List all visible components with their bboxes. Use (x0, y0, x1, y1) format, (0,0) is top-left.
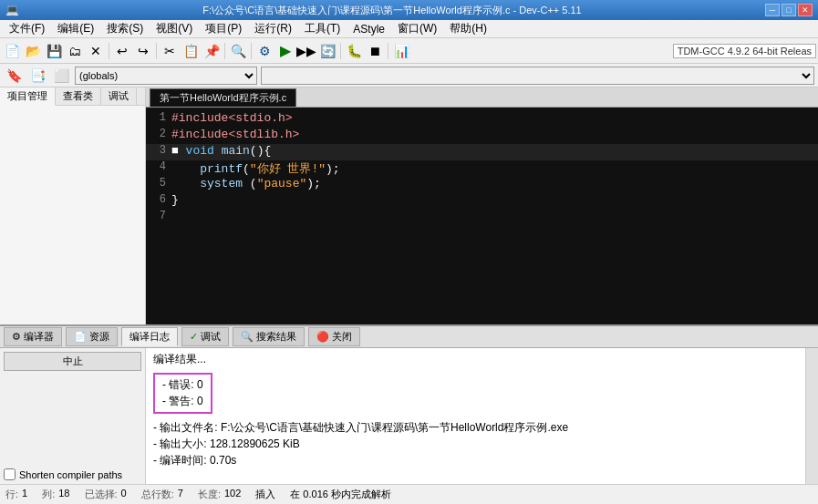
bottom-tab-log[interactable]: 编译日志 (121, 327, 178, 346)
code-line-5: 5 system ("pause"); (146, 177, 818, 193)
code-line-3: 3 ■ void main(){ (146, 144, 818, 160)
close-tab-label: 关闭 (332, 330, 352, 344)
error-warning-box: - 错误: 0 - 警告: 0 (153, 373, 212, 414)
status-bar: 行: 1 列: 18 已选择: 0 总行数: 7 长度: 102 插入 在 0.… (0, 484, 818, 504)
warning-line: - 警告: 0 (162, 394, 203, 409)
menu-view[interactable]: 视图(V) (150, 20, 198, 37)
app-icon: 💻 (5, 4, 19, 16)
paste-button[interactable]: 📌 (202, 41, 222, 61)
line-num-4: 4 (150, 160, 171, 173)
toolbar-sep-4 (251, 43, 252, 59)
bottom-tab-resources[interactable]: 📄 资源 (66, 327, 118, 346)
toolbar-sep-5 (340, 43, 341, 59)
window-title: F:\公众号\C语言\基础快速入门\课程源码\第一节HelloWorld程序示例… (19, 4, 765, 17)
search-tab-icon: 🔍 (241, 331, 254, 343)
profile-button[interactable]: 📊 (391, 41, 411, 61)
close-file-button[interactable]: ✕ (86, 41, 106, 61)
line-num-6: 6 (150, 193, 171, 206)
toolbar: 📄 📂 💾 🗂 ✕ ↩ ↪ ✂ 📋 📌 🔍 ⚙ ▶ ▶▶ 🔄 🐛 ⏹ 📊 TDM… (0, 38, 818, 64)
redo-button[interactable]: ↪ (133, 41, 153, 61)
scope-dropdown-2[interactable] (261, 67, 814, 85)
menu-project[interactable]: 项目(P) (200, 20, 247, 37)
stop-debug-button[interactable]: ⏹ (365, 41, 385, 61)
line-content-3: ■ void main(){ (171, 144, 814, 158)
code-line-6: 6 } (146, 193, 818, 210)
bookmark2-button[interactable]: 📑 (27, 66, 47, 86)
code-editor[interactable]: 1 #include<stdio.h> 2 #include<stdlib.h>… (146, 108, 818, 324)
main-area: 项目管理 查看类 调试 第一节HelloWorld程序示例.c 1 #inclu… (0, 87, 818, 324)
bottom-tab-debug[interactable]: ✓ 调试 (181, 327, 229, 346)
title-bar: 💻 F:\公众号\C语言\基础快速入门\课程源码\第一节HelloWorld程序… (0, 0, 818, 20)
save-button[interactable]: 💾 (44, 41, 64, 61)
compile-run-button[interactable]: ▶▶ (296, 41, 316, 61)
copy-button[interactable]: 📋 (181, 41, 201, 61)
stop-button[interactable]: 中止 (4, 352, 141, 371)
shorten-paths-label: Shorten compiler paths (19, 469, 122, 480)
bottom-panel: ⚙ 编译器 📄 资源 编译日志 ✓ 调试 🔍 搜索结果 🔴 关闭 中止 (0, 324, 818, 484)
sidebar-tab-debug[interactable]: 调试 (101, 87, 137, 105)
col-value: 18 (58, 488, 69, 501)
bottom-tab-close[interactable]: 🔴 关闭 (308, 327, 360, 346)
menu-search[interactable]: 搜索(S) (101, 20, 149, 37)
close-button[interactable]: ✕ (798, 4, 813, 16)
sidebar-tab-class[interactable]: 查看类 (56, 87, 101, 105)
bottom-tab-search[interactable]: 🔍 搜索结果 (233, 327, 305, 346)
resources-tab-icon: 📄 (74, 331, 87, 343)
line-num-7: 7 (150, 210, 171, 222)
bookmark-button[interactable]: 🔖 (4, 66, 24, 86)
menu-tools[interactable]: 工具(T) (299, 20, 346, 37)
debug-button[interactable]: 🐛 (344, 41, 364, 61)
rebuild-button[interactable]: 🔄 (317, 41, 337, 61)
debug-tab-label: 调试 (201, 330, 221, 344)
sidebar-tabs: 项目管理 查看类 调试 (0, 87, 145, 106)
menu-astyle[interactable]: AStyle (347, 22, 390, 36)
new-button[interactable]: 📄 (2, 41, 22, 61)
code-line-2: 2 #include<stdlib.h> (146, 128, 818, 144)
resources-tab-label: 资源 (89, 330, 109, 344)
mode-value: 插入 (255, 488, 275, 501)
status-len: 长度: 102 (198, 488, 241, 501)
minimize-button[interactable]: ─ (765, 4, 780, 16)
editor-tab-main[interactable]: 第一节HelloWorld程序示例.c (150, 88, 296, 107)
menu-window[interactable]: 窗口(W) (392, 20, 442, 37)
code-line-1: 1 #include<stdio.h> (146, 111, 818, 128)
open-button[interactable]: 📂 (23, 41, 43, 61)
cut-button[interactable]: ✂ (160, 41, 180, 61)
compile-time-line: - 编译时间: 0.70s (153, 453, 798, 468)
bottom-tab-compiler[interactable]: ⚙ 编译器 (4, 327, 62, 346)
total-label: 总行数: (141, 488, 174, 501)
toolbar-sep-1 (109, 43, 109, 59)
indent-button[interactable]: ⬜ (51, 66, 71, 86)
compiler-tab-label: 编译器 (24, 330, 54, 344)
menu-run[interactable]: 运行(R) (249, 20, 297, 37)
compile-button[interactable]: ⚙ (254, 41, 274, 61)
line-content-4: printf("你好 世界!"); (171, 160, 814, 177)
parse-info: 在 0.016 秒内完成解析 (290, 488, 391, 501)
compiler-tab-icon: ⚙ (12, 331, 21, 343)
menu-edit[interactable]: 编辑(E) (52, 20, 99, 37)
row-value: 1 (22, 488, 27, 501)
toolbar-sep-2 (156, 43, 157, 59)
compile-result-title: 编译结果... (153, 352, 798, 367)
code-line-7: 7 (146, 210, 818, 226)
shorten-paths-checkbox[interactable] (4, 468, 16, 480)
right-panel-scrollbar[interactable] (805, 348, 818, 484)
save-all-button[interactable]: 🗂 (65, 41, 85, 61)
status-parse: 在 0.016 秒内完成解析 (290, 488, 391, 501)
toolbar2: 🔖 📑 ⬜ (globals) (0, 64, 818, 87)
menu-bar: 文件(F) 编辑(E) 搜索(S) 视图(V) 项目(P) 运行(R) 工具(T… (0, 20, 818, 38)
maximize-button[interactable]: □ (782, 4, 796, 16)
toolbar-sep-3 (224, 43, 225, 59)
status-col: 列: 18 (42, 488, 69, 501)
find-button[interactable]: 🔍 (228, 41, 248, 61)
menu-file[interactable]: 文件(F) (4, 20, 50, 37)
menu-help[interactable]: 帮助(H) (444, 20, 492, 37)
run-button[interactable]: ▶ (275, 41, 295, 61)
col-label: 列: (42, 488, 55, 501)
line-content-6: } (171, 193, 814, 207)
sidebar-tab-project[interactable]: 项目管理 (0, 87, 56, 106)
scope-dropdown-1[interactable]: (globals) (75, 67, 257, 85)
undo-button[interactable]: ↩ (112, 41, 132, 61)
status-mode: 插入 (255, 488, 275, 501)
compiler-checkbox-row: Shorten compiler paths (4, 468, 141, 480)
